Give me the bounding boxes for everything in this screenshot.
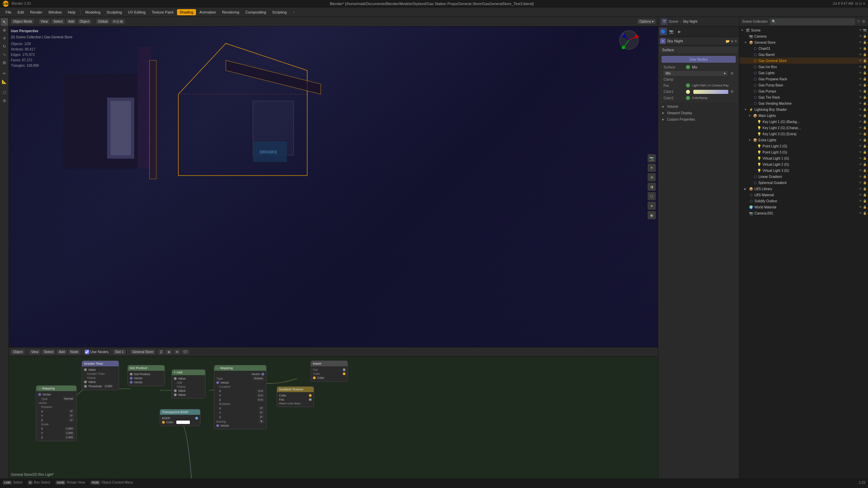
node-transparent[interactable]: Transparent BSDF BSDF Color: [160, 409, 200, 426]
color1-swatch[interactable]: [686, 90, 690, 94]
outliner-lbs[interactable]: ▼ ⚡ Lightning Boy Shader 👁 🔒: [739, 106, 868, 113]
viewport-display-section[interactable]: ▶ Viewport Display: [659, 110, 738, 116]
outliner-gas-vending[interactable]: ⬡ Gas Vending Machine 👁 🔒: [739, 100, 868, 106]
outliner-point-light-2[interactable]: 💡 Point Light 2 (G) 👁 🔒: [739, 143, 868, 149]
material-name[interactable]: General Store: [130, 349, 155, 354]
outliner-camera[interactable]: 📷 Camera 👁 🔒: [739, 33, 868, 39]
outliner-chair01[interactable]: ⬡ Chair01 👁 🔒: [739, 45, 868, 52]
outliner-main-lights[interactable]: ▼ 📦 Main Lights 👁 🔒: [739, 113, 868, 119]
outliner-virtual-light-1[interactable]: 💡 Virtual Light 1 (G) 👁 🔒: [739, 155, 868, 161]
node-dot-product[interactable]: Dot Product Dot Product Vector Vector: [127, 365, 165, 386]
add-menu[interactable]: Add: [66, 19, 76, 24]
use-nodes-check[interactable]: Use Nodes: [85, 350, 108, 354]
nav-sun[interactable]: ☀: [648, 164, 656, 172]
outliner-search[interactable]: [770, 18, 855, 25]
mat-copy-icon[interactable]: ⊕: [731, 39, 733, 43]
outliner-gas-barrel[interactable]: ⬡ Gas Barrel 👁 🔒: [739, 52, 868, 58]
menu-uv-editing[interactable]: UV Editing: [125, 9, 148, 15]
outliner-settings-icon[interactable]: ⚙: [862, 19, 865, 24]
menu-shading[interactable]: Shading: [177, 9, 196, 15]
node-add-menu[interactable]: Add: [57, 349, 67, 354]
outliner-general-store[interactable]: ▼ 📦 General Store 👁 🔒: [739, 39, 868, 45]
menu-texture-paint[interactable]: Texture Paint: [149, 9, 176, 15]
prop-scene-icon[interactable]: 🎬: [661, 18, 668, 25]
node-invert[interactable]: Invert Fac Color Color: [311, 361, 348, 382]
menu-edit[interactable]: Edit: [15, 9, 27, 15]
sidebar-rotate-tool[interactable]: ↻: [1, 43, 8, 50]
sidebar-object-tool[interactable]: ⬡: [1, 89, 8, 96]
mat-browse-icon[interactable]: 📂: [726, 39, 730, 43]
sidebar-cursor-tool[interactable]: ⊕: [1, 26, 8, 34]
outliner-gas-general-store[interactable]: ⬡ Gas General Store 👁 🔒: [739, 58, 868, 64]
node-add[interactable]: + Add Value Add Clamp: [172, 369, 205, 399]
menu-animation[interactable]: Animation: [197, 9, 219, 15]
menu-add[interactable]: +: [290, 9, 298, 15]
node-greater-than[interactable]: Greater Than Value Greater Than Clamp: [82, 361, 119, 390]
nav-wireframe[interactable]: ⬡: [648, 192, 656, 200]
menu-file[interactable]: File: [3, 9, 14, 15]
outliner-gas-tire-rack[interactable]: ⬡ Gas Tire Rack 👁 🔒: [739, 94, 868, 100]
outliner-solidify-outline[interactable]: ⬡ Solidify Outline 👁 🔒: [739, 198, 868, 204]
node-mapping2[interactable]: ↔ Mapping Vector Type Texture Vector: [214, 365, 267, 429]
prop-output-icon[interactable]: ▶: [676, 28, 683, 35]
nav-overlay[interactable]: ⊚: [648, 173, 656, 181]
outliner-linear-gradient[interactable]: ⬡ Linear Gradient 👁 🔒: [739, 174, 868, 180]
use-nodes-checkbox[interactable]: [85, 350, 89, 354]
nav-shading[interactable]: ◑: [648, 183, 656, 191]
menu-modeling[interactable]: Modeling: [83, 9, 103, 15]
node-copy[interactable]: ⊕: [165, 349, 172, 354]
mix-settings-icon[interactable]: ⚙: [730, 71, 734, 76]
outliner-virtual-light-3[interactable]: 💡 Virtual Light 3 (G) 👁 🔒: [739, 167, 868, 174]
outliner-point-light-3[interactable]: 💡 Point Light 3 (G) 👁 🔒: [739, 149, 868, 155]
outliner-gas-pump-base[interactable]: ⬡ Gas Pump Base 👁 🔒: [739, 82, 868, 88]
menu-compositing[interactable]: Compositing: [243, 9, 269, 15]
editor-type-dropdown[interactable]: Object: [11, 349, 25, 354]
outliner-camera001[interactable]: 📷 Camera.001 👁 🔒: [739, 210, 868, 216]
outliner-gas-ice-box[interactable]: ⬡ Gas Ice Box 👁 🔒: [739, 64, 868, 70]
slot-dropdown[interactable]: Slot 1: [113, 349, 126, 354]
menu-scripting[interactable]: Scripting: [270, 9, 290, 15]
select-menu[interactable]: Select: [51, 19, 65, 24]
outliner-world-material[interactable]: 🌍 World Material 👁 🔒: [739, 204, 868, 210]
outliner-extra-lights[interactable]: ▼ 📦 Extra Lights 👁 🔒: [739, 137, 868, 143]
node-mapping1[interactable]: ↔ Mapping Vector Type Normal Vector: [36, 385, 77, 441]
outliner-key-light-3[interactable]: 💡 Key Light 3 (G) (Extra) 👁 🔒: [739, 131, 868, 137]
node-gradient[interactable]: Gradient Texture Color Fac Match Color B…: [277, 386, 314, 407]
menu-rendering[interactable]: Rendering: [219, 9, 242, 15]
viewport-gizmo[interactable]: X Y Z: [619, 30, 639, 51]
node-view-menu[interactable]: View: [29, 349, 41, 354]
outliner-lbs-library[interactable]: ▶ 📦 LBS Library 👁 🔒: [739, 186, 868, 192]
sidebar-empty-tool[interactable]: ⊚: [1, 97, 8, 104]
outliner-key-light-2[interactable]: 💡 Key Light 2 (G) (Charac... 👁 🔒: [739, 125, 868, 131]
menu-sculpting[interactable]: Sculpting: [104, 9, 124, 15]
custom-props-section[interactable]: ▶ Custom Properties: [659, 116, 738, 123]
node-shield[interactable]: 🛡: [182, 349, 189, 354]
view-menu[interactable]: View: [39, 19, 50, 24]
sidebar-move-tool[interactable]: ✛: [1, 35, 8, 42]
node-delete[interactable]: ✕: [174, 349, 180, 354]
node-node-menu[interactable]: Node: [68, 349, 80, 354]
node-browse[interactable]: 2: [158, 349, 164, 354]
sidebar-annotate-tool[interactable]: ✏: [1, 70, 8, 77]
outliner-gas-propane[interactable]: ⬡ Gas Propane Rack 👁 🔒: [739, 76, 868, 82]
outliner-gas-pumps[interactable]: ⬡ Gas Pumps 👁 🔒: [739, 88, 868, 94]
nav-solid[interactable]: ●: [648, 202, 656, 210]
sidebar-measure-tool[interactable]: 📐: [1, 78, 8, 85]
outliner-filter-icon[interactable]: ▽: [857, 19, 860, 24]
menu-render[interactable]: Render: [27, 9, 45, 15]
outliner-lbs-material[interactable]: ⬡ LBS Material 👁 🔒: [739, 192, 868, 198]
nav-camera[interactable]: 📷: [648, 154, 656, 162]
menu-window[interactable]: Window: [46, 9, 64, 15]
volume-section[interactable]: ▶ Volume: [659, 103, 738, 110]
object-menu[interactable]: Object: [78, 19, 92, 24]
mat-delete-icon[interactable]: ✕: [734, 39, 737, 43]
transform-global[interactable]: Global: [96, 19, 110, 24]
prop-material-icon[interactable]: 🔵: [659, 28, 667, 35]
outliner-key-light-1[interactable]: 💡 Key Light 1 (G) (Backg... 👁 🔒: [739, 119, 868, 125]
sidebar-transform-tool[interactable]: ⊞: [1, 59, 8, 66]
blender-logo[interactable]: 2.93: [3, 1, 9, 7]
viewport-3d[interactable]: User Perspective (0) Scene Collection | …: [9, 26, 658, 347]
transform-icons[interactable]: ⟳ ⊡ ⊞: [111, 19, 125, 24]
node-editor[interactable]: ↔ Mapping Vector Type Normal Vector: [9, 357, 658, 479]
mix-dropdown[interactable]: Mix ▾: [664, 71, 728, 76]
